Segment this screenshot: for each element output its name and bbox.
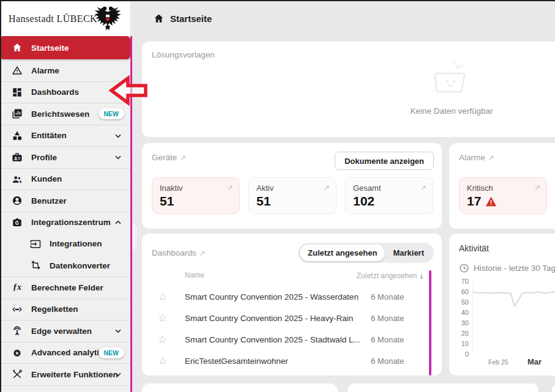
open-link-icon: ↗: [534, 183, 540, 192]
card-alarms: Alarme↗ Kritisch 17 ↗: [449, 143, 555, 229]
inactive-count: 51: [160, 194, 232, 209]
tile-critical-alarms[interactable]: Kritisch 17 ↗: [459, 177, 547, 214]
sidebar-collapse-handle[interactable]: [132, 223, 138, 251]
dashboard-name: Smart Country Convention 2025 - Wasserda…: [185, 292, 362, 301]
sidebar-item-datenkonverter[interactable]: Datenkonverter: [1, 255, 130, 277]
entities-icon: [11, 130, 23, 142]
activity-card-title: Aktivität: [459, 243, 489, 253]
tools-icon: [11, 368, 23, 380]
list-scrollbar[interactable]: [429, 270, 431, 375]
y-axis-labels: 7060 5040 3020 100: [453, 278, 469, 361]
last-viewed-value: 6 Monate: [371, 335, 404, 344]
tab-last-viewed[interactable]: Zuletzt angesehen: [300, 245, 385, 261]
sidebar-item-label: Kunden: [31, 174, 62, 183]
sidebar-item-advanced-analytics[interactable]: Advanced analytics NEW: [1, 342, 130, 364]
star-icon[interactable]: ☆: [158, 292, 167, 302]
empty-state: Keine Daten verfügbar: [372, 55, 531, 116]
sidebar-accent-line: [130, 36, 132, 392]
sidebar-item-integrationszentrum[interactable]: Integrationszentrum: [1, 212, 130, 234]
table-row[interactable]: ☆ EricTestetGesamteinwohner 6 Monate: [142, 350, 442, 372]
chevron-down-icon: [113, 326, 123, 336]
integrations-center-icon: [11, 216, 23, 229]
reports-icon: [11, 108, 23, 120]
sidebar-item-label: Benutzer: [31, 196, 67, 205]
sidebar-item-entitaeten[interactable]: Entitäten: [1, 125, 130, 147]
sidebar-item-regelketten[interactable]: Regelketten: [1, 298, 130, 320]
devices-card-title[interactable]: Geräte↗: [152, 153, 186, 162]
sidebar-item-startseite[interactable]: Startseite: [1, 36, 130, 59]
logo-text: Hansestadt LÜBECK: [9, 13, 97, 24]
sidebar-item-berichtswesen[interactable]: Berichtswesen NEW: [1, 103, 130, 125]
dashboard-name: EricTestetGesamteinwohner: [185, 357, 362, 366]
star-icon[interactable]: ☆: [158, 335, 167, 345]
table-row[interactable]: ☆ Smart Country Convention 2025 - Stadtw…: [142, 329, 442, 350]
chevron-down-icon: [113, 131, 123, 141]
sidebar: Hansestadt LÜBECK Startseite: [1, 1, 130, 392]
sidebar-item-label: Entitäten: [31, 131, 67, 140]
show-documents-button[interactable]: Dokumente anzeigen: [335, 152, 434, 170]
activity-subtitle: Historie - letzte 30 Tage: [474, 264, 555, 273]
column-last-viewed[interactable]: Zuletzt angesehen↓: [357, 271, 423, 280]
sidebar-item-label: Alarme: [31, 66, 59, 75]
sidebar-item-profile[interactable]: Profile: [1, 146, 130, 168]
tile-active-devices[interactable]: Aktiv 51 ↗: [248, 177, 337, 214]
sidebar-item-label: Berechnete Felder: [31, 283, 103, 292]
fx-icon: ƒx: [11, 281, 23, 294]
open-link-icon: ↗: [324, 183, 330, 192]
sidebar-item-berechnete-felder[interactable]: ƒx Berechnete Felder: [1, 276, 130, 298]
sidebar-nav: Startseite Alarme Dashboards Berichtswes…: [1, 36, 130, 392]
logo-area[interactable]: Hansestadt LÜBECK: [1, 1, 130, 36]
dashboards-filter-toggle: Zuletzt angesehen Markiert: [298, 243, 434, 263]
tile-inactive-devices[interactable]: Inaktiv 51 ↗: [152, 177, 240, 214]
home-icon: [153, 13, 165, 24]
dashboards-card-title[interactable]: Dashboards↗: [152, 248, 206, 257]
sidebar-item-label: Datenkonverter: [50, 261, 110, 270]
alarms-card-title[interactable]: Alarme↗: [459, 153, 494, 162]
user-icon: [11, 194, 23, 207]
sidebar-item-label: Integrationszentrum: [31, 218, 111, 227]
chevron-up-icon: [113, 218, 123, 227]
sidebar-item-erweiterte-funktionen[interactable]: Erweiterte Funktionen: [1, 363, 130, 385]
card-partial-left: [142, 383, 338, 392]
sidebar-item-label: Advanced analytics: [31, 348, 108, 357]
open-link-icon: ↗: [420, 183, 426, 192]
rule-chains-icon: [11, 303, 23, 316]
active-count: 51: [256, 194, 329, 209]
warning-icon: [11, 64, 23, 76]
x-axis-label-feb: Feb 25: [488, 358, 508, 366]
card-devices: Geräte↗ Dokumente anzeigen Inaktiv 51 ↗ …: [142, 143, 442, 229]
edge-antenna-icon: [11, 325, 23, 337]
sidebar-item-label: Regelketten: [31, 305, 78, 314]
integration-input-icon: [29, 238, 42, 250]
tile-total-devices[interactable]: Gesamt 102 ↗: [345, 177, 433, 214]
column-name[interactable]: Name: [185, 271, 204, 279]
empty-box-icon: [425, 55, 478, 103]
page-title: Startseite: [170, 13, 212, 24]
star-icon[interactable]: ☆: [158, 356, 167, 366]
chevron-down-icon: [113, 152, 123, 162]
card-partial-right: [552, 383, 555, 392]
home-icon: [11, 42, 23, 54]
sort-desc-icon: ↓: [420, 271, 424, 280]
app-window: Hansestadt LÜBECK Startseite: [0, 0, 555, 392]
sidebar-item-ressourcen[interactable]: Ressourcen: [1, 385, 130, 392]
table-row[interactable]: ☆ Smart Country Convention 2025 - Wasser…: [142, 286, 442, 308]
sidebar-item-edge-verwalten[interactable]: Edge verwalten: [1, 320, 130, 342]
sidebar-item-alarme[interactable]: Alarme: [1, 59, 130, 81]
sidebar-item-label: Berichtswesen: [31, 109, 89, 119]
star-icon[interactable]: ☆: [158, 313, 167, 324]
sidebar-item-kunden[interactable]: Kunden: [1, 168, 130, 190]
last-viewed-value: 6 Monate: [371, 314, 404, 323]
sidebar-item-benutzer[interactable]: Benutzer: [1, 190, 130, 212]
new-badge: NEW: [99, 108, 125, 119]
page-header: Startseite: [132, 1, 555, 37]
tab-starred[interactable]: Markiert: [385, 245, 432, 261]
data-converter-icon: [29, 259, 42, 272]
card-partial-middle: [348, 383, 538, 392]
sidebar-item-dashboards[interactable]: Dashboards: [1, 81, 130, 103]
last-viewed-value: 6 Monate: [371, 357, 404, 366]
sidebar-item-integrationen[interactable]: Integrationen: [1, 233, 130, 255]
new-badge: NEW: [99, 347, 125, 358]
luebeck-eagle-icon: [94, 4, 122, 33]
table-row[interactable]: ☆ Smart Country Convention 2025 - Heavy-…: [142, 308, 442, 329]
